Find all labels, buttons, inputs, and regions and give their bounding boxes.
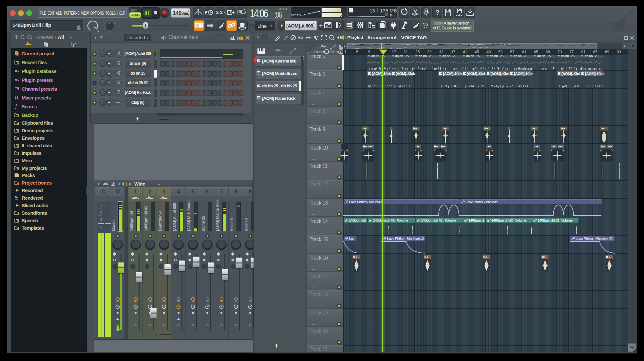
svg-text:?: ?	[435, 9, 440, 16]
svg-text:3.2.·: 3.2.·	[216, 10, 225, 15]
